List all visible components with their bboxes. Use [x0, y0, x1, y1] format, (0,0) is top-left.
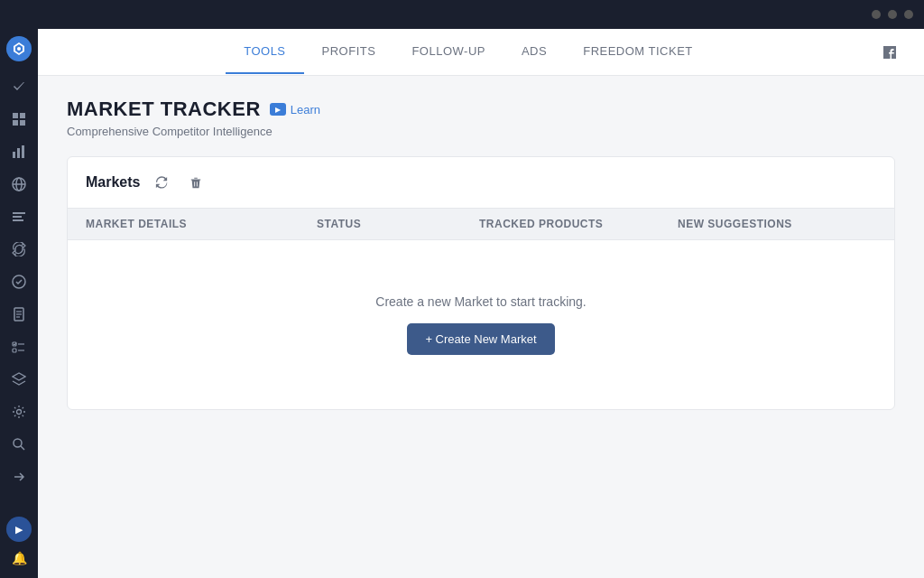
- sidebar: ▶ 🔔: [0, 29, 38, 578]
- top-bar-dot-2: [888, 10, 897, 19]
- svg-rect-12: [13, 216, 22, 218]
- logo[interactable]: [6, 36, 32, 61]
- delete-button[interactable]: [183, 170, 208, 195]
- empty-state-text: Create a new Market to start tracking.: [375, 294, 586, 309]
- sidebar-item-checklist[interactable]: [5, 332, 33, 361]
- col-status: Status: [317, 218, 479, 230]
- main-layout: ▶ 🔔 TOOLS PROFITS FOLLOW-UP ADS FREEDOM …: [0, 29, 924, 578]
- svg-rect-4: [20, 120, 25, 126]
- markets-section: Markets Market Detail: [67, 156, 895, 410]
- bell-icon: 🔔: [12, 551, 27, 565]
- page-header: MARKET TRACKER ▶ Learn Comprehensive Com…: [67, 98, 895, 138]
- col-tracked-products: Tracked Products: [479, 218, 678, 230]
- page-subtitle: Comprehensive Competitor Intelligence: [67, 125, 895, 138]
- page-title: MARKET TRACKER: [67, 98, 261, 121]
- nav-tabs: TOOLS PROFITS FOLLOW-UP ADS FREEDOM TICK…: [60, 30, 877, 74]
- refresh-button[interactable]: [149, 170, 174, 195]
- facebook-icon[interactable]: [877, 40, 902, 65]
- sidebar-item-refresh[interactable]: [5, 235, 33, 264]
- col-market-details: Market Details: [86, 218, 317, 230]
- learn-label: Learn: [291, 103, 320, 117]
- sidebar-item-globe[interactable]: [5, 170, 33, 199]
- svg-point-24: [14, 439, 22, 447]
- video-icon: ▶: [270, 103, 286, 116]
- table-header: Market Details Status Tracked Products N…: [68, 209, 894, 240]
- markets-title: Markets: [86, 174, 140, 191]
- learn-button[interactable]: ▶ Learn: [270, 103, 320, 117]
- page-title-row: MARKET TRACKER ▶ Learn: [67, 98, 895, 121]
- svg-line-25: [21, 446, 24, 450]
- sidebar-item-bar[interactable]: [5, 202, 33, 231]
- sidebar-item-arrow[interactable]: [5, 462, 33, 491]
- sidebar-item-search[interactable]: [5, 430, 33, 459]
- nav-right: [877, 40, 902, 65]
- svg-rect-13: [13, 219, 23, 221]
- tab-tools[interactable]: TOOLS: [226, 30, 303, 74]
- logo-icon: [12, 42, 26, 56]
- page-content: MARKET TRACKER ▶ Learn Comprehensive Com…: [38, 76, 924, 578]
- sidebar-item-chart[interactable]: [5, 137, 33, 166]
- top-bar-dot-1: [872, 10, 881, 19]
- svg-rect-2: [20, 113, 25, 118]
- tab-ads[interactable]: ADS: [504, 30, 565, 74]
- svg-rect-21: [13, 349, 16, 352]
- content-area: TOOLS PROFITS FOLLOW-UP ADS FREEDOM TICK…: [38, 29, 924, 578]
- svg-rect-1: [13, 113, 18, 118]
- sidebar-item-circle-check[interactable]: [5, 267, 33, 296]
- sidebar-bottom: ▶ 🔔: [6, 517, 32, 571]
- sidebar-item-check[interactable]: [5, 72, 33, 101]
- sidebar-notify-button[interactable]: 🔔: [6, 545, 32, 571]
- markets-header: Markets: [68, 157, 894, 209]
- sidebar-item-stack[interactable]: [5, 365, 33, 394]
- empty-state: Create a new Market to start tracking. +…: [68, 240, 894, 409]
- play-icon: ▶: [15, 524, 23, 536]
- sidebar-play-button[interactable]: ▶: [6, 517, 32, 542]
- sidebar-item-document[interactable]: [5, 300, 33, 329]
- sidebar-item-settings[interactable]: [5, 397, 33, 426]
- svg-point-23: [17, 410, 22, 415]
- svg-rect-6: [17, 148, 20, 158]
- svg-point-0: [17, 47, 21, 51]
- tab-freedom-ticket[interactable]: FREEDOM TICKET: [565, 30, 711, 74]
- svg-rect-3: [13, 120, 18, 126]
- col-new-suggestions: New Suggestions: [678, 218, 876, 230]
- svg-rect-11: [13, 212, 25, 214]
- top-bar-icons: [872, 10, 913, 19]
- create-new-market-button[interactable]: + Create New Market: [407, 323, 554, 355]
- tab-profits[interactable]: PROFITS: [304, 30, 394, 74]
- svg-rect-7: [22, 145, 24, 158]
- sidebar-item-grid[interactable]: [5, 105, 33, 134]
- tab-followup[interactable]: FOLLOW-UP: [393, 30, 504, 74]
- nav-bar: TOOLS PROFITS FOLLOW-UP ADS FREEDOM TICK…: [38, 29, 924, 76]
- svg-rect-5: [13, 152, 15, 158]
- top-bar: [0, 0, 924, 29]
- top-bar-dot-3: [904, 10, 913, 19]
